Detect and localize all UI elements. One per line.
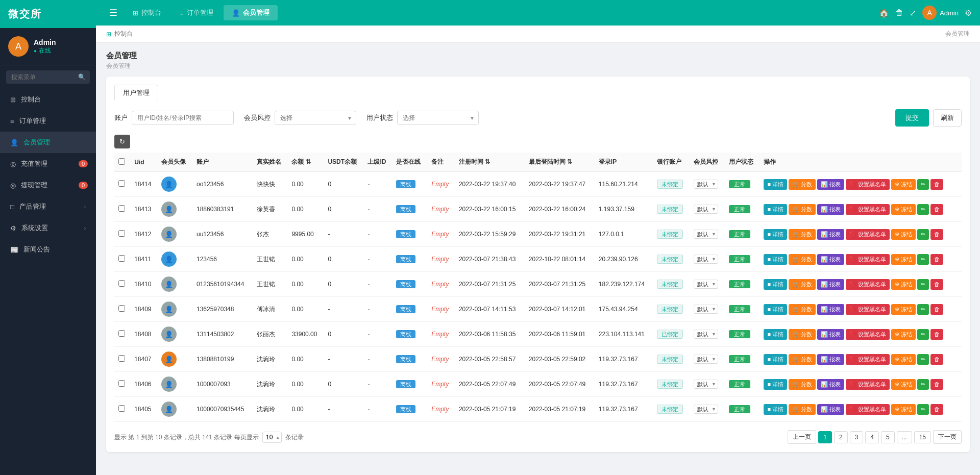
detail-button[interactable]: ■ 详情: [764, 204, 787, 215]
row-checkbox[interactable]: [118, 305, 125, 312]
score-button[interactable]: 🛒 分数: [789, 229, 816, 240]
risk-select[interactable]: 默认: [694, 180, 718, 189]
hamburger-icon[interactable]: ☰: [104, 4, 122, 21]
submit-button[interactable]: 提交: [895, 109, 929, 127]
report-button[interactable]: 📊 报表: [817, 204, 844, 215]
page-4-button[interactable]: 4: [865, 431, 879, 443]
score-button[interactable]: 🛒 分数: [789, 204, 816, 215]
detail-button[interactable]: ■ 详情: [764, 254, 787, 265]
risk-select[interactable]: 默认: [694, 255, 718, 264]
report-button[interactable]: 📊 报表: [817, 404, 844, 415]
edit-button[interactable]: ✏: [917, 404, 929, 415]
select-all-checkbox[interactable]: [118, 158, 125, 165]
expand-icon[interactable]: ⤢: [910, 8, 916, 18]
delete-button[interactable]: 🗑: [930, 404, 943, 415]
refresh-filter-button[interactable]: 刷新: [933, 109, 962, 127]
freeze-button[interactable]: ❄ 冻结: [891, 354, 916, 365]
freeze-button[interactable]: ❄ 冻结: [891, 304, 916, 315]
score-button[interactable]: 🛒 分数: [789, 279, 816, 290]
report-button[interactable]: 📊 报表: [817, 354, 844, 365]
risk-select[interactable]: 默认: [694, 405, 718, 414]
edit-button[interactable]: ✏: [917, 379, 929, 390]
delete-button[interactable]: 🗑: [930, 229, 943, 240]
blacklist-button[interactable]: 🚫 设置黑名单: [846, 379, 890, 390]
edit-button[interactable]: ✏: [917, 279, 929, 290]
row-checkbox[interactable]: [118, 405, 125, 412]
sidebar-item-settings[interactable]: ⚙ 系统设置 ›: [0, 217, 96, 239]
topnav-tab-dashboard[interactable]: ⊞ 控制台: [125, 5, 169, 20]
blacklist-button[interactable]: 🚫 设置黑名单: [846, 179, 890, 190]
delete-button[interactable]: 🗑: [930, 379, 943, 390]
freeze-button[interactable]: ❄ 冻结: [891, 404, 916, 415]
page-15-button[interactable]: 15: [914, 431, 931, 443]
refresh-table-button[interactable]: ↻: [114, 135, 130, 148]
row-checkbox[interactable]: [118, 330, 125, 337]
risk-select[interactable]: 默认: [694, 205, 718, 214]
admin-menu[interactable]: A Admin: [922, 6, 959, 20]
page-5-button[interactable]: 5: [881, 431, 895, 443]
row-checkbox[interactable]: [118, 230, 125, 237]
delete-button[interactable]: 🗑: [930, 254, 943, 265]
edit-button[interactable]: ✏: [917, 204, 929, 215]
edit-button[interactable]: ✏: [917, 179, 929, 190]
row-checkbox[interactable]: [118, 380, 125, 387]
freeze-button[interactable]: ❄ 冻结: [891, 179, 916, 190]
next-page-button[interactable]: 下一页: [933, 430, 962, 444]
blacklist-button[interactable]: 🚫 设置黑名单: [846, 304, 890, 315]
detail-button[interactable]: ■ 详情: [764, 354, 787, 365]
detail-button[interactable]: ■ 详情: [764, 379, 787, 390]
sidebar-item-recharge[interactable]: ◎ 充值管理 0: [0, 153, 96, 174]
topnav-tab-orders[interactable]: ≡ 订单管理: [172, 5, 222, 20]
trash-icon[interactable]: 🗑: [895, 8, 903, 17]
detail-button[interactable]: ■ 详情: [764, 404, 787, 415]
detail-button[interactable]: ■ 详情: [764, 229, 787, 240]
edit-button[interactable]: ✏: [917, 354, 929, 365]
more-icon[interactable]: ⚙: [965, 8, 972, 18]
blacklist-button[interactable]: 🚫 设置黑名单: [846, 254, 890, 265]
risk-select[interactable]: 默认: [694, 380, 718, 389]
per-page-select[interactable]: 10 20 50: [262, 432, 282, 443]
report-button[interactable]: 📊 报表: [817, 229, 844, 240]
row-checkbox[interactable]: [118, 180, 125, 187]
risk-select[interactable]: 默认: [694, 330, 718, 339]
prev-page-button[interactable]: 上一页: [788, 430, 816, 444]
score-button[interactable]: 🛒 分数: [789, 379, 816, 390]
blacklist-button[interactable]: 🚫 设置黑名单: [846, 404, 890, 415]
freeze-button[interactable]: ❄ 冻结: [891, 279, 916, 290]
blacklist-button[interactable]: 🚫 设置黑名单: [846, 354, 890, 365]
blacklist-button[interactable]: 🚫 设置黑名单: [846, 279, 890, 290]
freeze-button[interactable]: ❄ 冻结: [891, 254, 916, 265]
score-button[interactable]: 🛒 分数: [789, 329, 816, 340]
score-button[interactable]: 🛒 分数: [789, 354, 816, 365]
sidebar-item-orders[interactable]: ≡ 订单管理: [0, 110, 96, 132]
report-button[interactable]: 📊 报表: [817, 254, 844, 265]
page-1-button[interactable]: 1: [818, 431, 832, 443]
delete-button[interactable]: 🗑: [930, 179, 943, 190]
page-3-button[interactable]: 3: [850, 431, 864, 443]
sidebar-search-input[interactable]: [6, 70, 90, 84]
page-2-button[interactable]: 2: [834, 431, 848, 443]
breadcrumb-root[interactable]: 控制台: [114, 30, 133, 38]
edit-button[interactable]: ✏: [917, 254, 929, 265]
sidebar-item-withdraw[interactable]: ◎ 提现管理 0: [0, 174, 96, 196]
risk-select[interactable]: 默认: [694, 280, 718, 289]
row-checkbox[interactable]: [118, 355, 125, 362]
sidebar-item-news[interactable]: 📰 新闻公告: [0, 239, 96, 260]
home-icon[interactable]: 🏠: [879, 8, 889, 18]
report-button[interactable]: 📊 报表: [817, 279, 844, 290]
user-management-tab[interactable]: 用户管理: [114, 85, 158, 101]
detail-button[interactable]: ■ 详情: [764, 179, 787, 190]
score-button[interactable]: 🛒 分数: [789, 404, 816, 415]
freeze-button[interactable]: ❄ 冻结: [891, 229, 916, 240]
report-button[interactable]: 📊 报表: [817, 304, 844, 315]
row-checkbox[interactable]: [118, 205, 125, 212]
row-checkbox[interactable]: [118, 280, 125, 287]
delete-button[interactable]: 🗑: [930, 304, 943, 315]
delete-button[interactable]: 🗑: [930, 329, 943, 340]
member-control-select[interactable]: 选择: [275, 111, 356, 125]
sidebar-item-members[interactable]: 👤 会员管理: [0, 132, 96, 153]
sidebar-item-products[interactable]: □ 产品管理 ›: [0, 196, 96, 217]
score-button[interactable]: 🛒 分数: [789, 254, 816, 265]
detail-button[interactable]: ■ 详情: [764, 279, 787, 290]
sidebar-item-dashboard[interactable]: ⊞ 控制台: [0, 89, 96, 110]
